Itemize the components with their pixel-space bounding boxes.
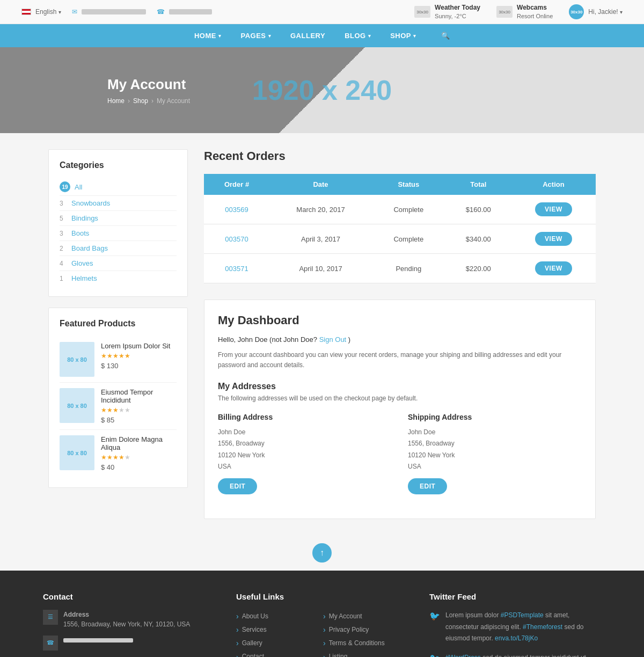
nav-home[interactable]: HOME ▾ — [185, 24, 231, 47]
nav-blog[interactable]: BLOG ▾ — [335, 24, 380, 47]
category-count-snowboards: 3 — [60, 200, 67, 207]
user-avatar: 30x30 — [569, 4, 584, 19]
link-about[interactable]: About Us — [236, 610, 321, 623]
language-chevron: ▾ — [58, 9, 61, 15]
footer-twitter: Twitter Feed 🐦 Lorem ipsum dolor #PSDTem… — [429, 592, 601, 657]
col-date: Date — [269, 174, 372, 195]
col-total: Total — [445, 174, 511, 195]
shipping-title: Shipping Address — [408, 413, 582, 421]
view-btn-1[interactable]: VIEW — [535, 202, 572, 216]
category-name-gloves: Gloves — [71, 259, 93, 267]
footer-contact-title: Contact — [43, 592, 215, 601]
billing-address-block: Billing Address John Doe 1556, Broadway … — [218, 413, 392, 494]
email-text — [82, 9, 146, 14]
link-privacy[interactable]: Privacy Policy — [323, 623, 408, 637]
nav-search-icon[interactable]: 🔍 — [431, 24, 460, 47]
featured-products-card: Featured Products 80 x 80 Lorem Ipsum Do… — [48, 308, 188, 488]
top-bar-left: English ▾ ✉ ☎ — [21, 8, 212, 16]
contact-phone-row: ☎ — [43, 636, 215, 651]
categories-title: Categories — [60, 160, 177, 170]
scroll-up-button[interactable]: ↑ — [312, 543, 332, 563]
link-my-account[interactable]: My Account — [323, 610, 408, 623]
tweet-text-2: #WordPress sed do eiusmod tempor incidid… — [445, 652, 601, 657]
breadcrumb-home[interactable]: Home — [107, 97, 125, 105]
category-item-all[interactable]: 19 All — [60, 178, 177, 196]
product-name-2: Eiusmod Tempor Incididunt — [101, 388, 177, 404]
flag-icon — [21, 9, 31, 15]
order-status-1: Complete — [372, 195, 445, 224]
order-link-1[interactable]: 003569 — [225, 206, 248, 214]
view-btn-2[interactable]: VIEW — [535, 232, 572, 246]
nav-pages[interactable]: PAGES ▾ — [231, 24, 281, 47]
category-item-boots[interactable]: 3 Boots — [60, 226, 177, 241]
category-item-bindings[interactable]: 5 Bindings — [60, 211, 177, 226]
tweet-link-1[interactable]: enva.to/L78jKo — [495, 634, 538, 642]
category-name-board-bags: Board Bags — [71, 244, 108, 252]
link-services[interactable]: Services — [236, 623, 321, 637]
order-link-3[interactable]: 003571 — [225, 265, 248, 273]
col-action: Action — [511, 174, 596, 195]
contact-address-row: ☰ Address 1556, Broadway, New York, NY, … — [43, 610, 215, 629]
breadcrumb-shop[interactable]: Shop — [133, 97, 148, 105]
sidebar: Categories 19 All 3 Snowboards 5 Binding… — [48, 149, 188, 519]
contact-address-detail: Address 1556, Broadway, New York, NY, 10… — [63, 610, 190, 629]
product-price-2: $ 85 — [101, 416, 177, 424]
col-status: Status — [372, 174, 445, 195]
nav-shop[interactable]: SHOP ▾ — [380, 24, 426, 47]
breadcrumb-current: My Account — [157, 97, 190, 105]
featured-product-1[interactable]: 80 x 80 Lorem Ipsum Dolor Sit ★★★★★ $ 13… — [60, 337, 177, 383]
nav-gallery[interactable]: GALLERY — [281, 24, 335, 47]
product-stars-3: ★★★★★ — [101, 454, 177, 461]
product-price-3: $ 40 — [101, 463, 177, 471]
weather-info: Weather Today Sunny, -2°C — [435, 3, 480, 20]
category-count-helmets: 1 — [60, 275, 67, 282]
order-link-2[interactable]: 003570 — [225, 235, 248, 243]
shipping-address-block: Shipping Address John Doe 1556, Broadway… — [408, 413, 582, 494]
recent-orders-section: Recent Orders Order # Date Status Total … — [204, 149, 596, 283]
link-terms[interactable]: Terms & Conditions — [323, 637, 408, 650]
footer-grid: Contact ☰ Address 1556, Broadway, New Yo… — [43, 592, 601, 657]
col-order: Order # — [204, 174, 269, 195]
footer: Contact ☰ Address 1556, Broadway, New Yo… — [0, 571, 644, 657]
billing-title: Billing Address — [218, 413, 392, 421]
product-thumb-3: 80 x 80 — [60, 435, 94, 470]
order-row-2: 003570 April 3, 2017 Complete $340.00 VI… — [204, 224, 596, 254]
footer-links-col1: About Us Services Gallery Contact Blog — [236, 610, 321, 657]
category-name-boots: Boots — [71, 229, 89, 237]
main-content: Categories 19 All 3 Snowboards 5 Binding… — [27, 133, 617, 535]
link-listing[interactable]: Listing — [323, 651, 408, 658]
category-count-boots: 3 — [60, 230, 67, 237]
phone-text — [169, 9, 212, 14]
breadcrumb-sep2: › — [151, 97, 153, 105]
product-name-3: Enim Dolore Magna Aliqua — [101, 435, 177, 451]
user-greeting[interactable]: Hi, Jackie! ▾ — [588, 8, 623, 16]
featured-product-2[interactable]: 80 x 80 Eiusmod Tempor Incididunt ★★★★★ … — [60, 383, 177, 430]
orders-table: Order # Date Status Total Action 003569 … — [204, 174, 596, 283]
shipping-details: John Doe 1556, Broadway 10120 New York U… — [408, 427, 582, 473]
product-thumb-1: 80 x 80 — [60, 342, 94, 377]
category-item-gloves[interactable]: 4 Gloves — [60, 256, 177, 271]
category-count-gloves: 4 — [60, 260, 67, 267]
categories-card: Categories 19 All 3 Snowboards 5 Binding… — [48, 149, 188, 297]
order-action-1: VIEW — [511, 195, 596, 224]
link-gallery[interactable]: Gallery — [236, 637, 321, 650]
shipping-edit-button[interactable]: EDIT — [408, 478, 447, 494]
language-selector[interactable]: English ▾ — [21, 8, 61, 16]
footer-links-col2: My Account Privacy Policy Terms & Condit… — [323, 610, 408, 657]
webcam-subtitle: Resort Online — [517, 13, 553, 19]
link-contact[interactable]: Contact — [236, 651, 321, 658]
addresses-title: My Addresses — [218, 382, 582, 391]
view-btn-3[interactable]: VIEW — [535, 261, 572, 275]
contact-phone-detail — [63, 636, 133, 645]
category-item-snowboards[interactable]: 3 Snowboards — [60, 196, 177, 211]
billing-edit-button[interactable]: EDIT — [218, 478, 257, 494]
category-name-snowboards: Snowboards — [71, 199, 110, 207]
featured-product-3[interactable]: 80 x 80 Enim Dolore Magna Aliqua ★★★★★ $… — [60, 430, 177, 477]
category-name-all: All — [75, 183, 82, 191]
phone-icon: ☎ — [157, 8, 165, 16]
sign-out-link[interactable]: Sign Out — [319, 335, 347, 344]
category-item-helmets[interactable]: 1 Helmets — [60, 271, 177, 286]
category-item-board-bags[interactable]: 2 Board Bags — [60, 241, 177, 256]
billing-details: John Doe 1556, Broadway 10120 New York U… — [218, 427, 392, 473]
user-chevron: ▾ — [620, 9, 623, 15]
